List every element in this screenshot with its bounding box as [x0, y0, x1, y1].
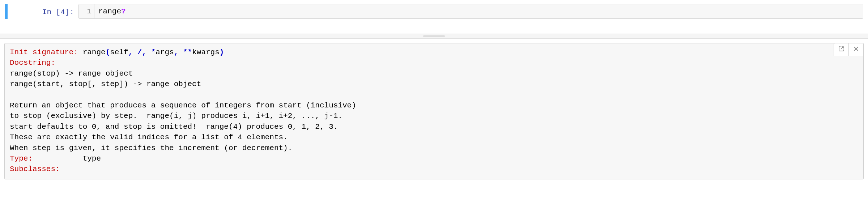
input-prompt: In [4]: [8, 4, 78, 19]
pager-panel: Init signature: range(self, /, *args, **… [4, 43, 864, 179]
code-editor[interactable]: range? [95, 4, 863, 18]
doc-type-value: type [33, 154, 101, 163]
code-cell[interactable]: In [4]: 1 range? [4, 4, 864, 19]
notebook-area: In [4]: 1 range? [0, 0, 868, 23]
external-link-icon [838, 46, 844, 54]
open-external-button[interactable] [834, 43, 849, 56]
doc-sig-name: range [83, 48, 106, 56]
doc-sig-dstar: ** [183, 48, 192, 56]
line-number: 1 [79, 4, 95, 18]
doc-sig-args: args [156, 48, 174, 56]
doc-label-docstring: Docstring: [10, 59, 55, 67]
doc-sig-kwargs: kwargs [192, 48, 220, 56]
doc-sig-comma: , [174, 48, 183, 56]
cell-selection-bar [5, 4, 8, 19]
pager-drag-handle[interactable] [0, 34, 868, 39]
code-input-area[interactable]: 1 range? [78, 4, 863, 19]
doc-sig-paren-open: ( [106, 48, 110, 56]
doc-sig-comma: , [142, 48, 151, 56]
doc-sig-self: self [110, 48, 128, 56]
doc-label-init-signature: Init signature: [10, 48, 78, 56]
doc-sig-star: * [151, 48, 156, 56]
doc-sig-paren-close: ) [220, 48, 224, 56]
doc-sig-comma: , [128, 48, 137, 56]
doc-sig-slash: / [137, 48, 142, 56]
pager-content[interactable]: Init signature: range(self, /, *args, **… [5, 43, 863, 179]
pager-button-group [834, 43, 864, 56]
close-pager-button[interactable] [848, 43, 864, 56]
close-icon [853, 46, 859, 54]
doc-label-subclasses: Subclasses: [10, 165, 60, 173]
doc-body: range(stop) -> range object range(start,… [10, 69, 356, 152]
code-token-question: ? [121, 7, 126, 16]
doc-label-type: Type: [10, 154, 33, 163]
code-token-name: range [98, 7, 121, 16]
